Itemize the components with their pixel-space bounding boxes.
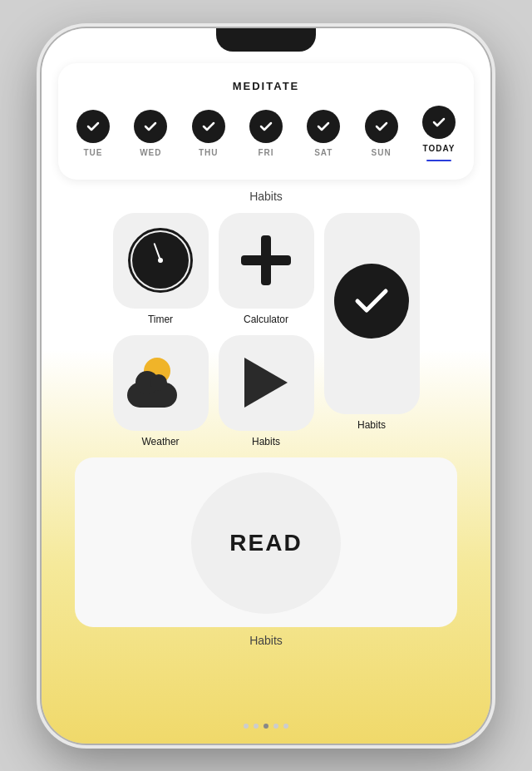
weather-label: Weather <box>141 436 179 447</box>
cloud-icon <box>127 383 177 408</box>
dot-3-active <box>264 724 268 729</box>
timer-dot-icon <box>158 258 163 263</box>
meditate-title: MEDITATE <box>76 80 456 92</box>
habits-large-icon <box>324 213 420 414</box>
today-underline <box>426 160 451 161</box>
habits-large-label: Habits <box>357 419 386 431</box>
dot-2 <box>254 724 259 729</box>
bottom-section: READ Habits <box>58 457 474 647</box>
timer-inner <box>132 232 189 289</box>
read-circle: READ <box>191 472 341 614</box>
check-icon-today <box>431 114 447 131</box>
check-icon-sat <box>315 118 332 135</box>
day-wed: WED <box>134 110 167 157</box>
check-circle-thu <box>192 110 225 143</box>
calculator-label: Calculator <box>244 314 288 325</box>
day-sat: SAT <box>307 110 340 157</box>
phone-content: MEDITATE TUE <box>42 52 490 712</box>
check-circle-today <box>422 106 456 139</box>
day-today: TODAY <box>422 106 456 161</box>
page-dots <box>244 712 288 744</box>
days-row: TUE WED <box>76 106 456 161</box>
read-section-label: Habits <box>249 634 283 647</box>
read-text: READ <box>229 530 302 556</box>
weather-scene <box>127 358 194 408</box>
check-circle-tue <box>76 110 110 143</box>
check-icon-wed <box>142 118 159 135</box>
day-label-today: TODAY <box>423 144 456 153</box>
app-grid: Timer Calculator Habits <box>58 213 474 447</box>
timer-label: Timer <box>148 314 173 325</box>
day-label-sat: SAT <box>314 148 332 157</box>
day-thu: THU <box>192 110 225 157</box>
check-circle-wed <box>134 110 167 143</box>
day-label-tue: TUE <box>84 148 103 157</box>
habits-nav-label: Habits <box>252 436 280 447</box>
check-circle-fri <box>249 110 283 143</box>
weather-icon <box>113 335 209 431</box>
timer-icon <box>113 213 209 309</box>
read-card[interactable]: READ <box>75 457 457 627</box>
dot-4 <box>273 724 278 729</box>
phone-notch <box>216 28 316 52</box>
nav-arrow-icon <box>244 358 288 408</box>
check-icon-tue <box>85 118 101 135</box>
habits-nav-icon <box>219 335 314 431</box>
app-cell-calculator[interactable]: Calculator <box>219 213 314 325</box>
check-icon-sun <box>373 118 390 135</box>
app-cell-weather[interactable]: Weather <box>113 335 209 447</box>
arrow-shape <box>244 358 288 408</box>
habits-check-circle <box>334 264 409 339</box>
phone-frame: MEDITATE TUE <box>42 28 490 744</box>
check-icon-thu <box>200 118 217 135</box>
dot-5 <box>283 724 288 729</box>
day-label-sun: SUN <box>372 148 392 157</box>
day-label-thu: THU <box>199 148 219 157</box>
calculator-icon <box>219 213 314 309</box>
meditate-card: MEDITATE TUE <box>58 63 474 180</box>
dot-1 <box>244 724 249 729</box>
calc-plus-icon <box>241 235 291 285</box>
day-sun: SUN <box>365 110 398 157</box>
app-cell-timer[interactable]: Timer <box>113 213 209 325</box>
day-fri: FRI <box>249 110 283 157</box>
check-circle-sun <box>365 110 398 143</box>
app-cell-habits-large[interactable]: Habits <box>324 213 420 447</box>
day-label-fri: FRI <box>258 148 273 157</box>
habits-section-label: Habits <box>58 190 474 203</box>
check-icon-fri <box>258 118 274 135</box>
habits-check-icon <box>347 277 396 325</box>
check-circle-sat <box>307 110 340 143</box>
app-cell-habits-nav[interactable]: Habits <box>219 335 314 447</box>
day-label-wed: WED <box>140 148 161 157</box>
day-tue: TUE <box>76 110 110 157</box>
